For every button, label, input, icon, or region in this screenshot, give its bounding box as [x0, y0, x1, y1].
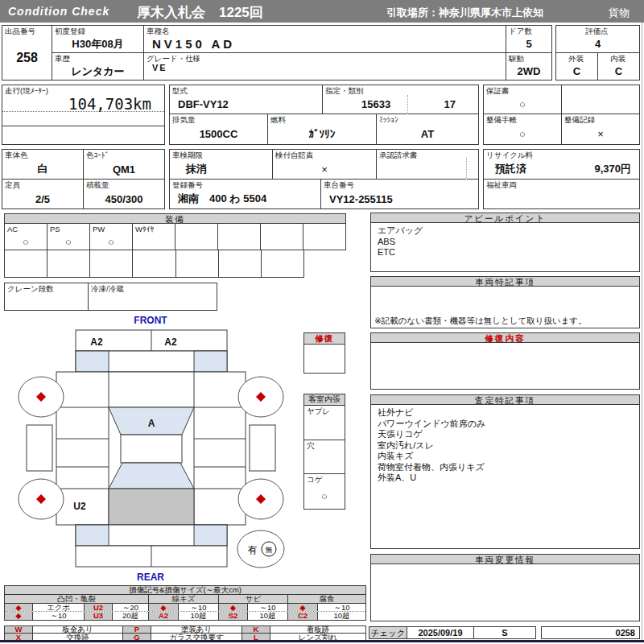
- assessment-line: 荷物室付着物、内張りキズ: [378, 462, 639, 473]
- cabin-box-header: 客室内張: [303, 394, 345, 406]
- damage-legend: 損傷記号&損傷サイズ(～最大cm) 凸凹・亀裂 線キズ サビ 腐食 ◆ エクボ …: [4, 585, 366, 621]
- doors-label: ドア数: [506, 26, 551, 35]
- welfare-label: 福祉車両: [484, 180, 639, 189]
- cell-welfare: 福祉車両: [484, 180, 639, 208]
- cell-exterior-grade: 外装 C: [556, 53, 598, 80]
- check-date: 2025/09/19: [407, 626, 474, 639]
- legend-cell: ～10: [318, 604, 365, 611]
- exterior-grade-value: C: [556, 63, 597, 80]
- cell-fridge: 冷凍/冷蔵: [89, 283, 217, 310]
- spare-absent-label: 無: [266, 546, 273, 554]
- cabin-cell-burn: コゲ ○: [304, 474, 345, 509]
- body-color-label: 車体色: [2, 150, 83, 159]
- pickup-location: 引取場所：神奈川県厚木市上依知: [386, 6, 543, 20]
- equip-cell-empty: [176, 250, 219, 277]
- legend-group-corrosion: 腐食: [288, 595, 365, 603]
- class-number-label: 指定・類別: [323, 85, 478, 95]
- cell-fuel: 燃料 ｶﾞｿﾘﾝ: [268, 114, 377, 144]
- equip-cell-empty: [219, 250, 262, 277]
- maintenance-record-value: ×: [562, 124, 639, 144]
- check-inspector: S: [473, 626, 536, 639]
- cell-mileage: 走行(現ﾒｰﾀｰ) 104,703km: [2, 85, 164, 112]
- legend-group-rust: サビ: [219, 595, 288, 603]
- class-number-1: 15633: [361, 98, 390, 110]
- insurance-value: ×: [273, 159, 376, 179]
- equip-cell-pw: PW ○: [90, 224, 133, 250]
- load-label: 積載量: [84, 180, 164, 189]
- cell-history: 車歴 レンタカー: [52, 53, 144, 80]
- equip-cell-empty: [5, 250, 47, 277]
- legend-cell: エクボ: [33, 604, 85, 611]
- mileage-value: 104,703km: [2, 95, 164, 113]
- transmission-label: ﾐｯｼｮﾝ: [377, 114, 478, 124]
- recycle-box: リサイクル料 預託済 9,370円 福祉車両: [483, 149, 640, 209]
- equip-cell-empty: [262, 250, 303, 277]
- lot-number-value: 258: [2, 35, 52, 80]
- cell-drive: 駆動 2WD: [506, 53, 551, 80]
- grade-value: VE: [144, 63, 506, 80]
- chassis-number-label: 車台番号: [321, 180, 478, 189]
- side-step-left: [27, 425, 52, 471]
- registration-number-value: 湘南 400 わ 5504: [170, 189, 320, 208]
- class-number-values: 15633 17: [323, 95, 478, 114]
- score-box: 評価点 4 外装 C 内装 C: [555, 25, 640, 80]
- body-color-value: 白: [2, 159, 83, 179]
- cell-approval: 承認請求書: [377, 150, 478, 180]
- equip-label: PW: [90, 224, 132, 233]
- model-name-label: 車種名: [144, 26, 506, 35]
- cell-grade: グレード・仕様 VE: [144, 53, 506, 80]
- recycle-status: 預託済: [495, 162, 526, 176]
- legend-cell: U3: [85, 612, 113, 620]
- code-k: K: [242, 626, 270, 633]
- legend-cell: ◆: [5, 604, 33, 611]
- cell-recycle: リサイクル料 預託済 9,370円: [484, 150, 639, 180]
- cargo-area: [109, 489, 194, 525]
- mileage-box: 走行(現ﾒｰﾀｰ) 104,703km: [2, 85, 165, 145]
- maintenance-book-value: ○: [484, 124, 561, 144]
- equip-label: Wﾀｲﾔ: [133, 224, 175, 233]
- approval-label: 承認請求書: [377, 150, 478, 159]
- color-capacity-box: 車体色 白 色ｺｰﾄﾞ QM1 定員 2/5 積載量 450/300: [2, 149, 165, 209]
- doors-value: 5: [506, 35, 551, 52]
- check-label: チェック: [369, 626, 407, 639]
- equip-cell-wtire: Wﾀｲﾔ: [133, 224, 175, 250]
- auction-title: 厚木入札会 1225回: [137, 3, 263, 22]
- cell-transmission: ﾐｯｼｮﾝ AT: [377, 114, 478, 144]
- equip-cell-empty: [175, 224, 218, 250]
- cabin-cell-hole: 穴: [304, 440, 345, 474]
- fridge-label: 冷凍/冷蔵: [89, 283, 217, 293]
- equip-value: ○: [5, 233, 47, 250]
- cell-first-registration: 初度登録 H30年08月: [52, 26, 144, 53]
- front-label: FRONT: [134, 315, 167, 326]
- cabin-burn-label: コゲ: [304, 474, 345, 484]
- class-number-2: 17: [444, 98, 456, 110]
- grade-label: グレード・仕様: [144, 53, 506, 63]
- legend-cell: ～10: [33, 612, 85, 620]
- assessment-line: 外装A、U: [378, 473, 639, 484]
- inspection-label: 車検期限: [170, 150, 272, 159]
- mileage-empty-row-1: [2, 112, 164, 126]
- equip-cell-empty: [90, 250, 133, 277]
- equip-cell-empty: [218, 224, 261, 250]
- cell-model-name: 車種名 NV150 AD: [144, 26, 506, 53]
- assessment-body: 社外ナビ パワーウインドウ前席のみ 天張りコゲ 室内汚れ/スレ 内装キズ 荷物室…: [370, 404, 640, 549]
- check-code: 0258: [541, 626, 640, 639]
- model-name-value: NV150 AD: [144, 35, 506, 52]
- maintenance-book-label: 整備手帳: [484, 114, 561, 124]
- change-info-body: [370, 564, 640, 621]
- rear-label: REAR: [137, 572, 164, 583]
- spare-tire-indicator: [237, 530, 284, 568]
- side-step-right: [250, 425, 275, 471]
- cell-interior-grade: 内装 C: [598, 53, 639, 80]
- history-label: 車歴: [52, 53, 143, 63]
- car-damage-diagram: FRONT A2 A2 A U2 REAR: [12, 315, 290, 584]
- category-badge: 貨物: [609, 6, 630, 20]
- legend-cell: 10超: [179, 612, 219, 620]
- class-divider: [407, 95, 408, 114]
- recycle-values: 預託済 9,370円: [484, 159, 639, 179]
- legend-cell: ◆: [5, 612, 33, 620]
- repair-box-header: 修復: [303, 332, 345, 345]
- mark-windshield: A: [148, 418, 155, 429]
- lot-number-label: 出品番号: [2, 26, 52, 35]
- assessment-line: 天張りコゲ: [378, 429, 639, 440]
